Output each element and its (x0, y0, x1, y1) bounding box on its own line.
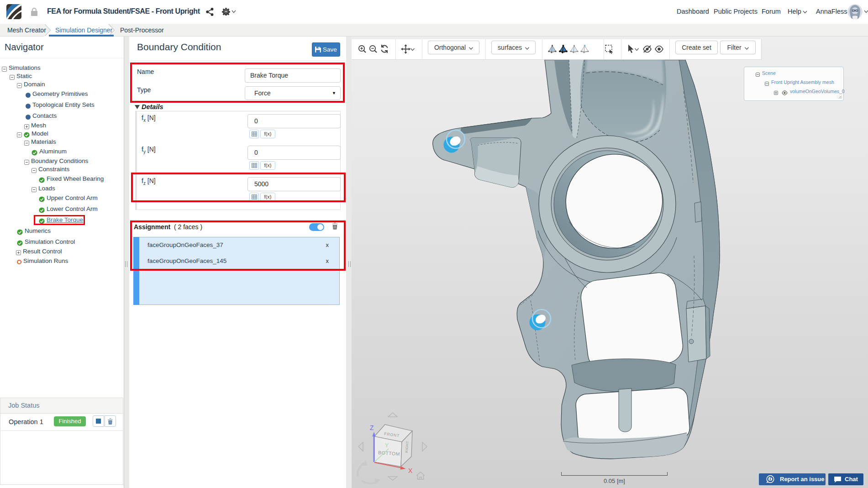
svg-text:Z: Z (370, 424, 374, 431)
svg-text:Y: Y (385, 442, 389, 449)
svg-text:RIGHT: RIGHT (405, 441, 410, 453)
svg-text:X: X (408, 467, 413, 474)
